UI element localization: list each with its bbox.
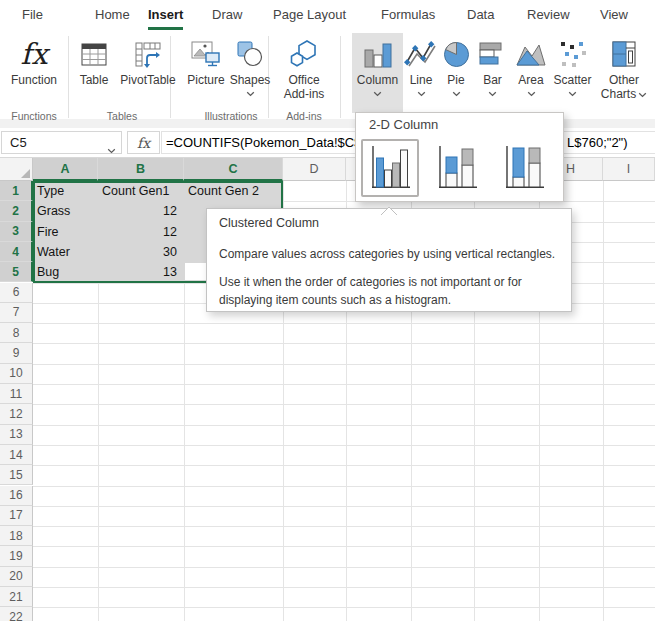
cell-a5[interactable]: Bug bbox=[33, 262, 98, 282]
cell-a3[interactable]: Fire bbox=[33, 222, 98, 242]
shapes-label: Shapes bbox=[230, 73, 271, 87]
column-header-b[interactable]: B bbox=[98, 158, 184, 181]
insert-function-button[interactable]: fx bbox=[127, 131, 160, 154]
ribbon-group-label-illustrations: Illustrations bbox=[204, 110, 257, 122]
area-chart-icon bbox=[515, 35, 547, 73]
bar-button[interactable]: Bar bbox=[474, 33, 511, 97]
grid-line bbox=[603, 181, 604, 621]
cell-a4[interactable]: Water bbox=[33, 242, 98, 262]
area-button[interactable]: Area bbox=[512, 33, 550, 97]
chevron-down-icon[interactable] bbox=[107, 140, 116, 158]
row-header-7[interactable]: 7 bbox=[0, 303, 33, 323]
column-button[interactable]: Column bbox=[352, 33, 403, 113]
cell-a1[interactable]: Type bbox=[33, 181, 98, 201]
line-chart-icon bbox=[404, 35, 438, 73]
column-header-i[interactable]: I bbox=[603, 158, 655, 181]
cell-b3[interactable]: 12 bbox=[98, 222, 184, 242]
scatter-chart-icon bbox=[558, 35, 588, 73]
row-header-17[interactable]: 17 bbox=[0, 506, 33, 526]
tooltip-paragraph: Compare values across categories by usin… bbox=[219, 245, 565, 263]
cell-b4[interactable]: 30 bbox=[98, 242, 184, 262]
menu-bar: FileHomeInsertDrawPage LayoutFormulasDat… bbox=[0, 0, 655, 30]
row-header-1[interactable]: 1 bbox=[0, 181, 33, 201]
grid-line bbox=[33, 607, 655, 608]
office-add-ins-label: OfficeAdd-ins bbox=[284, 73, 325, 101]
tooltip-callout-arrow bbox=[380, 201, 398, 219]
chart-option-100-stacked-column[interactable] bbox=[495, 139, 553, 197]
line-button[interactable]: Line bbox=[404, 33, 438, 97]
grid-line bbox=[33, 323, 655, 324]
tooltip-title: Clustered Column bbox=[219, 216, 319, 230]
picture-button[interactable]: Picture bbox=[181, 33, 231, 87]
ribbon-group-label-functions: Functions bbox=[11, 110, 57, 122]
grid-line bbox=[33, 445, 655, 446]
dropdown-section-title: 2-D Column bbox=[369, 117, 438, 132]
other-charts-button[interactable]: OtherCharts bbox=[596, 33, 652, 101]
grid-line bbox=[33, 526, 655, 527]
menu-tab-file[interactable]: File bbox=[22, 0, 43, 30]
row-header-10[interactable]: 10 bbox=[0, 364, 33, 384]
column-chart-icon bbox=[362, 35, 394, 73]
column-header-a[interactable]: A bbox=[33, 158, 98, 181]
excel-window: FileHomeInsertDrawPage LayoutFormulasDat… bbox=[0, 0, 655, 621]
name-box[interactable]: C5 bbox=[1, 131, 122, 154]
cell-a2[interactable]: Grass bbox=[33, 201, 98, 221]
scatter-button[interactable]: Scatter bbox=[550, 33, 595, 97]
menu-tab-data[interactable]: Data bbox=[467, 0, 494, 30]
menu-tab-insert[interactable]: Insert bbox=[148, 0, 183, 30]
row-header-2[interactable]: 2 bbox=[0, 201, 33, 221]
column-header-d[interactable]: D bbox=[283, 158, 346, 181]
chart-option-stacked-column[interactable] bbox=[428, 139, 486, 197]
scatter-label: Scatter bbox=[553, 73, 591, 87]
row-header-11[interactable]: 11 bbox=[0, 384, 33, 404]
column-header-c[interactable]: C bbox=[184, 158, 283, 181]
menu-tab-formulas[interactable]: Formulas bbox=[381, 0, 435, 30]
row-header-15[interactable]: 15 bbox=[0, 465, 33, 485]
cell-b5[interactable]: 13 bbox=[98, 262, 184, 282]
menu-tab-page-layout[interactable]: Page Layout bbox=[273, 0, 346, 30]
function-button[interactable]: fxFunction bbox=[2, 33, 66, 87]
row-header-3[interactable]: 3 bbox=[0, 222, 33, 242]
cell-b2[interactable]: 12 bbox=[98, 201, 184, 221]
row-header-12[interactable]: 12 bbox=[0, 404, 33, 424]
row-header-8[interactable]: 8 bbox=[0, 323, 33, 343]
row-header-21[interactable]: 21 bbox=[0, 587, 33, 607]
menu-tab-review[interactable]: Review bbox=[527, 0, 570, 30]
row-header-4[interactable]: 4 bbox=[0, 242, 33, 262]
menu-tab-home[interactable]: Home bbox=[95, 0, 130, 30]
chevron-down-icon bbox=[246, 89, 255, 97]
table-button[interactable]: Table bbox=[71, 33, 117, 87]
row-header-22[interactable]: 22 bbox=[0, 607, 33, 621]
select-all-corner[interactable] bbox=[0, 158, 33, 181]
line-label: Line bbox=[410, 73, 433, 87]
pivottable-button[interactable]: PivotTable bbox=[117, 33, 179, 87]
row-header-14[interactable]: 14 bbox=[0, 445, 33, 465]
cell-c1[interactable]: Count Gen 2 bbox=[184, 181, 283, 201]
row-header-16[interactable]: 16 bbox=[0, 486, 33, 506]
fx-icon: fx bbox=[20, 35, 47, 73]
shapes-button[interactable]: Shapes bbox=[227, 33, 273, 97]
row-header-6[interactable]: 6 bbox=[0, 283, 33, 303]
cell-b1[interactable]: Count Gen1 bbox=[98, 181, 184, 201]
row-header-13[interactable]: 13 bbox=[0, 425, 33, 445]
formula-text-right: L$760;"2") bbox=[567, 132, 628, 153]
row-header-20[interactable]: 20 bbox=[0, 567, 33, 587]
chart-option-clustered-column[interactable] bbox=[361, 139, 419, 197]
pie-button[interactable]: Pie bbox=[439, 33, 473, 97]
row-header-5[interactable]: 5 bbox=[0, 262, 33, 282]
name-box-value: C5 bbox=[10, 132, 27, 153]
grid-line bbox=[33, 343, 655, 344]
row-header-18[interactable]: 18 bbox=[0, 526, 33, 546]
row-header-9[interactable]: 9 bbox=[0, 343, 33, 363]
area-label: Area bbox=[518, 73, 543, 87]
chevron-down-icon bbox=[452, 89, 461, 97]
row-header-19[interactable]: 19 bbox=[0, 546, 33, 566]
picture-label: Picture bbox=[187, 73, 224, 87]
office-add-ins-button[interactable]: OfficeAdd-ins bbox=[272, 33, 336, 101]
chevron-down-icon bbox=[488, 89, 497, 97]
grid-line bbox=[33, 546, 655, 547]
menu-tab-draw[interactable]: Draw bbox=[212, 0, 242, 30]
function-label: Function bbox=[11, 73, 57, 87]
office-addins-icon bbox=[287, 35, 321, 73]
menu-tab-view[interactable]: View bbox=[600, 0, 628, 30]
